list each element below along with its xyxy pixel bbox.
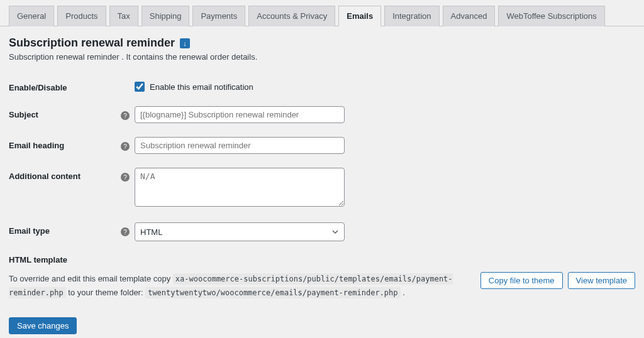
- settings-content: Subscription renewal reminder ↓ Subscrip…: [0, 26, 644, 338]
- heading-input[interactable]: [135, 137, 345, 154]
- help-icon[interactable]: ?: [121, 173, 130, 182]
- subject-label: Subject: [9, 106, 116, 119]
- enable-checkbox-label[interactable]: Enable this email notification: [135, 79, 345, 92]
- template-heading: HTML template: [9, 255, 635, 264]
- email-type-row: Email type ? HTML: [9, 222, 635, 241]
- tab-tax[interactable]: Tax: [109, 6, 138, 26]
- view-template-button[interactable]: View template: [568, 272, 635, 289]
- tab-webtoffee-subscriptions[interactable]: WebToffee Subscriptions: [498, 6, 604, 26]
- template-dest-path: twentytwentytwo/woocommerce/emails/payme…: [145, 287, 400, 298]
- page-title: Subscription renewal reminder ↓: [9, 36, 635, 50]
- tab-accounts-privacy[interactable]: Accounts & Privacy: [248, 6, 335, 26]
- additional-label: Additional content: [9, 168, 116, 181]
- help-icon[interactable]: ?: [121, 142, 130, 151]
- tab-emails[interactable]: Emails: [338, 6, 381, 26]
- template-actions: Copy file to theme View template: [480, 272, 635, 289]
- copy-file-button[interactable]: Copy file to theme: [480, 272, 563, 289]
- return-icon[interactable]: ↓: [180, 38, 190, 48]
- email-type-label: Email type: [9, 222, 116, 236]
- tab-payments[interactable]: Payments: [192, 6, 245, 26]
- additional-textarea[interactable]: [135, 168, 345, 207]
- help-icon[interactable]: ?: [121, 227, 130, 236]
- tab-shipping[interactable]: Shipping: [142, 6, 190, 26]
- heading-row: Email heading ?: [9, 137, 635, 154]
- settings-form: Enable/Disable Enable this email notific…: [9, 79, 635, 241]
- page-title-text: Subscription renewal reminder: [9, 36, 175, 50]
- save-button[interactable]: Save changes: [9, 317, 77, 334]
- heading-label: Email heading: [9, 137, 116, 150]
- template-section: HTML template To override and edit this …: [9, 255, 635, 300]
- template-text: To override and edit this email template…: [9, 272, 468, 300]
- additional-row: Additional content ?: [9, 168, 635, 209]
- page-description: Subscription renewal reminder . It conta…: [9, 52, 635, 62]
- tab-advanced[interactable]: Advanced: [443, 6, 496, 26]
- tab-integration[interactable]: Integration: [384, 6, 439, 26]
- settings-tabs: GeneralProductsTaxShippingPaymentsAccoun…: [0, 0, 644, 26]
- enable-label: Enable/Disable: [9, 79, 116, 92]
- help-icon[interactable]: ?: [121, 111, 130, 120]
- subject-row: Subject ?: [9, 106, 635, 123]
- enable-checkbox-text: Enable this email notification: [150, 82, 253, 92]
- enable-row: Enable/Disable Enable this email notific…: [9, 79, 635, 92]
- enable-checkbox[interactable]: [135, 82, 145, 92]
- email-type-select[interactable]: HTML: [135, 222, 345, 241]
- tab-general[interactable]: General: [9, 6, 54, 26]
- subject-input[interactable]: [135, 106, 345, 123]
- tab-products[interactable]: Products: [57, 6, 106, 26]
